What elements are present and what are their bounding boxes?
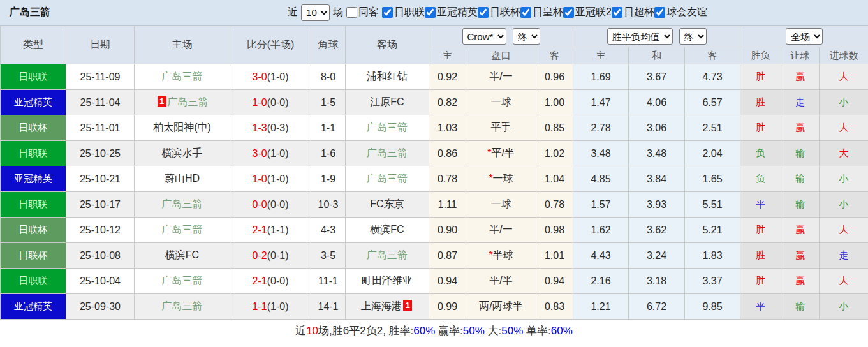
- col-header-score: 比分(半场): [230, 26, 311, 64]
- handicap-result: 赢: [781, 243, 820, 269]
- league-filter[interactable]: 日超杯: [612, 6, 654, 19]
- league-checkbox[interactable]: [563, 7, 574, 18]
- handicap-result: 赢: [781, 269, 820, 294]
- handicap-company-select[interactable]: Crow*: [462, 28, 506, 45]
- handicap-line: 半/一: [466, 64, 536, 90]
- league-checkbox[interactable]: [425, 7, 436, 18]
- odds-away: 4.73: [685, 64, 740, 90]
- half-score: (0-0): [267, 97, 289, 108]
- filter-controls: 近 10 场 同客 日职联亚冠精英日联杯日皇杯亚冠联2日超杯球会友谊: [288, 4, 707, 21]
- same-away-filter[interactable]: 同客: [346, 6, 379, 19]
- sub-header-goals: 进球数: [820, 47, 868, 64]
- match-row: 亚冠精英25-10-21蔚山HD1-0(1-0)1-9广岛三箭0.78*一球1.…: [1, 166, 868, 192]
- match-row: 日职联25-10-04广岛三箭2-1(0-0)11-1町田泽维亚0.94平/半0…: [1, 269, 868, 294]
- scope-select-cell: 全场: [740, 26, 868, 47]
- league-checkbox[interactable]: [612, 7, 622, 18]
- league-filter[interactable]: 日联杯: [478, 6, 520, 19]
- full-score: 0-2: [253, 250, 267, 261]
- win-loss-result: 胜: [740, 218, 781, 243]
- odds-company-select[interactable]: 胜平负均值: [607, 28, 673, 45]
- same-away-checkbox[interactable]: [346, 7, 357, 18]
- corner-score: 3-5: [311, 243, 346, 269]
- match-table-body: 日职联25-11-09广岛三箭3-0(1-0)8-0浦和红钻0.92半/一0.9…: [1, 64, 868, 320]
- league-checkbox[interactable]: [382, 7, 393, 18]
- odds-draw: 4.06: [629, 90, 685, 115]
- handicap-line: 半/一: [466, 218, 536, 243]
- away-team: 横滨FC: [346, 218, 429, 243]
- goals-result: 小: [820, 192, 868, 218]
- full-score: 3-0: [253, 148, 267, 159]
- half-score: (1-0): [267, 148, 289, 159]
- league-checkbox[interactable]: [654, 7, 665, 18]
- handicap-result: 赢: [781, 64, 820, 90]
- handicap-home-odds: 0.87: [429, 243, 466, 269]
- home-team: 1广岛三箭: [135, 90, 230, 115]
- handicap-line: 一球: [466, 192, 536, 218]
- half-score: (0-0): [267, 276, 289, 286]
- win-loss-result: 平: [740, 294, 781, 320]
- away-team: 广岛三箭: [346, 141, 429, 166]
- league-badge: 日职联: [1, 269, 66, 294]
- scope-select[interactable]: 全场: [786, 28, 823, 45]
- match-date: 25-10-25: [66, 141, 135, 166]
- footer-win-rate: 60%: [413, 325, 435, 337]
- handicap-away-odds: 0.98: [536, 218, 573, 243]
- away-team: 广岛三箭: [346, 243, 429, 269]
- handicap-away-odds: 0.96: [536, 64, 573, 90]
- odds-time-select[interactable]: 终: [679, 28, 707, 45]
- handicap-home-odds: 0.99: [429, 294, 466, 320]
- half-score: (1-0): [267, 174, 289, 184]
- recent-count-select[interactable]: 10: [301, 4, 330, 21]
- league-filter[interactable]: 日皇杯: [520, 6, 563, 19]
- home-team: 柏太阳神(中): [135, 115, 230, 141]
- league-badge: 亚冠精英: [1, 166, 66, 192]
- handicap-result: 输: [781, 294, 820, 320]
- footer-record: 场,胜6平2负2, 胜率:: [318, 323, 413, 338]
- half-score: (0-3): [267, 122, 289, 133]
- col-header-date: 日期: [66, 26, 135, 64]
- league-badge: 日联杯: [1, 218, 66, 243]
- match-row: 日联杯25-10-12广岛三箭2-1(1-1)4-3横滨FC0.90半/一0.9…: [1, 218, 868, 243]
- league-badge: 日职联: [1, 192, 66, 218]
- footer-over-label: 大:: [485, 323, 501, 338]
- home-team: 广岛三箭: [135, 64, 230, 90]
- league-filter[interactable]: 亚冠联2: [563, 6, 612, 19]
- odds-draw: 3.62: [629, 218, 685, 243]
- goals-result: 大: [820, 218, 868, 243]
- sub-header-odds-draw: 和: [629, 47, 685, 64]
- league-checkbox[interactable]: [520, 7, 531, 18]
- handicap-home-odds: 0.94: [429, 269, 466, 294]
- league-filter[interactable]: 亚冠精英: [425, 6, 478, 19]
- col-header-home: 主场: [135, 26, 230, 64]
- match-row: 日联杯25-11-01柏太阳神(中)1-3(0-3)1-1广岛三箭1.03平手0…: [1, 115, 868, 141]
- league-checkbox[interactable]: [478, 7, 489, 18]
- handicap-away-odds: 1.00: [536, 90, 573, 115]
- league-checkbox-label: 日职联: [394, 6, 425, 19]
- odds-home: 3.48: [573, 141, 629, 166]
- match-row: 日联杯25-10-08横滨FC0-2(0-1)3-5广岛三箭0.87*半球1.0…: [1, 243, 868, 269]
- win-loss-result: 胜: [740, 64, 781, 90]
- goals-result: 大: [820, 115, 868, 141]
- same-away-label: 同客: [358, 6, 379, 19]
- handicap-away-odds: 0.85: [536, 115, 573, 141]
- home-team: 广岛三箭: [135, 269, 230, 294]
- score: 0-0(0-0): [230, 192, 311, 218]
- handicap-line: *半球: [466, 243, 536, 269]
- games-label: 场: [333, 6, 343, 19]
- home-team: 广岛三箭: [135, 192, 230, 218]
- league-checkbox-label: 日联杯: [490, 6, 520, 19]
- handicap-time-select[interactable]: 终: [513, 28, 540, 45]
- league-filter[interactable]: 球会友谊: [654, 6, 707, 19]
- handicap-selects-cell: Crow* 终: [429, 26, 573, 47]
- footer-over-rate: 50%: [501, 325, 523, 337]
- match-date: 25-11-09: [66, 64, 135, 90]
- goals-result: 大: [820, 269, 868, 294]
- footer-single-rate: 60%: [551, 325, 573, 337]
- corner-score: 1-6: [311, 141, 346, 166]
- score: 3-0(1-0): [230, 141, 311, 166]
- corner-score: 1-1: [311, 115, 346, 141]
- handicap-away-odds: 0.78: [536, 192, 573, 218]
- handicap-line: 平/半: [466, 269, 536, 294]
- score: 1-0(1-0): [230, 166, 311, 192]
- league-filter[interactable]: 日职联: [382, 6, 425, 19]
